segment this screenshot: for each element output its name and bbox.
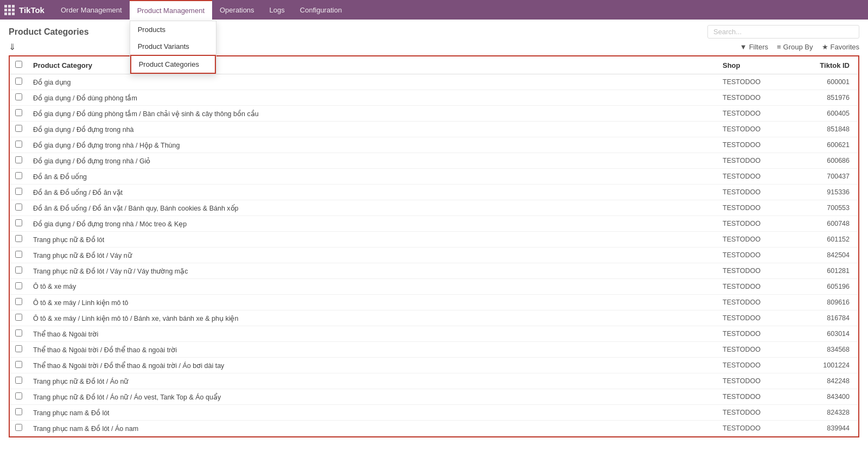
row-checkbox-cell — [10, 232, 28, 247]
row-category: Đồ ăn & Đồ uống / Đồ ăn vặt — [28, 185, 717, 200]
download-button[interactable]: ⇓ — [9, 42, 16, 52]
filters-button[interactable]: ▼ Filters — [740, 43, 768, 51]
nav-product-management[interactable]: Product Management Products Product Vari… — [130, 0, 212, 20]
row-tiktok-id: 816784 — [793, 310, 858, 326]
row-checkbox[interactable] — [15, 188, 22, 195]
row-category: Đồ gia dụng / Đồ dùng phòng tắm / Bàn ch… — [28, 106, 717, 122]
table-row[interactable]: Trang phục nam & Đồ lótTESTODOO824328 — [10, 405, 858, 421]
row-checkbox[interactable] — [15, 298, 22, 305]
header-tiktok-id: Tiktok ID — [793, 56, 858, 74]
row-checkbox[interactable] — [15, 377, 22, 384]
nav-order-management[interactable]: Order Management — [53, 0, 130, 20]
row-category: Đồ gia dụng / Đồ dùng phòng tắm — [28, 90, 717, 106]
row-checkbox-cell — [10, 373, 28, 389]
row-shop: TESTODOO — [717, 342, 793, 358]
row-tiktok-id: 601152 — [793, 232, 858, 247]
table-row[interactable]: Đồ gia dụng / Đồ dùng phòng tắm / Bàn ch… — [10, 106, 858, 122]
nav-operations[interactable]: Operations — [212, 0, 262, 20]
page-title: Product Categories — [9, 27, 89, 37]
row-checkbox-cell — [10, 310, 28, 326]
toolbar-left: ⇓ — [9, 42, 16, 52]
table-row[interactable]: Đồ ăn & Đồ uốngTESTODOO700437 — [10, 169, 858, 185]
table-row[interactable]: Ô tô & xe máyTESTODOO605196 — [10, 279, 858, 295]
dropdown-product-variants[interactable]: Product Variants — [130, 38, 216, 55]
row-checkbox[interactable] — [15, 408, 22, 415]
row-shop: TESTODOO — [717, 90, 793, 106]
row-tiktok-id: 600621 — [793, 137, 858, 153]
row-checkbox-cell — [10, 122, 28, 137]
row-checkbox[interactable] — [15, 125, 22, 132]
toolbar-right: ▼ Filters ≡ Group By ★ Favorites — [740, 43, 859, 51]
table-row[interactable]: Đồ gia dụng / Đồ đựng trong nhà / GiỏTES… — [10, 153, 858, 169]
table-row[interactable]: Ô tô & xe máy / Linh kiện mô tôTESTODOO8… — [10, 295, 858, 310]
table-row[interactable]: Đồ gia dụngTESTODOO600001 — [10, 74, 858, 90]
row-tiktok-id: 600405 — [793, 106, 858, 122]
table-row[interactable]: Ô tô & xe máy / Linh kiện mô tô / Bánh x… — [10, 310, 858, 326]
row-shop: TESTODOO — [717, 232, 793, 247]
row-checkbox[interactable] — [15, 219, 22, 226]
row-checkbox[interactable] — [15, 266, 22, 274]
select-all-checkbox[interactable] — [15, 61, 22, 68]
table-row[interactable]: Đồ gia dụng / Đồ dùng phòng tắmTESTODOO8… — [10, 90, 858, 106]
table-row[interactable]: Trang phục nữ & Đồ lót / Váy nữ / Váy th… — [10, 263, 858, 279]
favorites-button[interactable]: ★ Favorites — [822, 43, 859, 51]
table-row[interactable]: Đồ gia dụng / Đồ đựng trong nhà / Móc tr… — [10, 216, 858, 232]
table-row[interactable]: Thể thao & Ngoài trờiTESTODOO603014 — [10, 326, 858, 342]
group-by-button[interactable]: ≡ Group By — [777, 43, 813, 51]
top-navigation: TikTok Order Management Product Manageme… — [0, 0, 868, 20]
row-checkbox[interactable] — [15, 141, 22, 148]
table-row[interactable]: Đồ ăn & Đồ uống / Đồ ăn vặt / Bánh quy, … — [10, 200, 858, 216]
dropdown-product-categories[interactable]: Product Categories — [130, 55, 216, 74]
row-shop: TESTODOO — [717, 200, 793, 216]
table-row[interactable]: Trang phục nam & Đồ lót / Áo namTESTODOO… — [10, 421, 858, 436]
row-shop: TESTODOO — [717, 279, 793, 295]
row-checkbox[interactable] — [15, 93, 22, 100]
row-shop: TESTODOO — [717, 263, 793, 279]
row-checkbox[interactable] — [15, 424, 22, 431]
row-checkbox[interactable] — [15, 361, 22, 368]
product-management-dropdown: Products Product Variants Product Catego… — [130, 21, 216, 74]
row-checkbox[interactable] — [15, 314, 22, 321]
row-checkbox[interactable] — [15, 156, 22, 163]
table-row[interactable]: Trang phục nữ & Đồ lót / Váy nữTESTODOO8… — [10, 247, 858, 263]
dropdown-products[interactable]: Products — [130, 21, 216, 38]
table-row[interactable]: Đồ ăn & Đồ uống / Đồ ăn vặtTESTODOO91533… — [10, 185, 858, 200]
row-checkbox[interactable] — [15, 329, 22, 337]
row-checkbox-cell — [10, 342, 28, 358]
row-checkbox-cell — [10, 90, 28, 106]
grid-icon — [4, 5, 15, 15]
table-row[interactable]: Trang phục nữ & Đồ lót / Áo nữTESTODOO84… — [10, 373, 858, 389]
nav-logs[interactable]: Logs — [262, 0, 292, 20]
row-checkbox[interactable] — [15, 235, 22, 242]
row-checkbox-cell — [10, 74, 28, 90]
row-shop: TESTODOO — [717, 421, 793, 436]
app-name: TikTok — [19, 5, 44, 15]
table-row[interactable]: Thể thao & Ngoài trời / Đồ thể thao & ng… — [10, 342, 858, 358]
row-category: Đồ gia dụng / Đồ đựng trong nhà / Móc tr… — [28, 216, 717, 232]
row-checkbox[interactable] — [15, 392, 22, 399]
row-checkbox-cell — [10, 358, 28, 373]
table-row[interactable]: Thể thao & Ngoài trời / Đồ thể thao & ng… — [10, 358, 858, 373]
row-checkbox[interactable] — [15, 109, 22, 116]
row-category: Trang phục nữ & Đồ lót / Áo nữ / Áo vest… — [28, 389, 717, 405]
row-checkbox[interactable] — [15, 345, 22, 352]
row-checkbox[interactable] — [15, 204, 22, 211]
row-checkbox[interactable] — [15, 172, 22, 179]
row-checkbox-cell — [10, 247, 28, 263]
row-checkbox[interactable] — [15, 282, 22, 289]
row-checkbox[interactable] — [15, 78, 22, 85]
row-checkbox[interactable] — [15, 251, 22, 258]
nav-configuration[interactable]: Configuration — [292, 0, 349, 20]
row-category: Đồ gia dụng / Đồ đựng trong nhà / Giỏ — [28, 153, 717, 169]
table-row[interactable]: Đồ gia dụng / Đồ đựng trong nhàTESTODOO8… — [10, 122, 858, 137]
search-bar[interactable]: Search... — [707, 25, 859, 39]
row-category: Thể thao & Ngoài trời — [28, 326, 717, 342]
row-shop: TESTODOO — [717, 326, 793, 342]
table-body: Đồ gia dụngTESTODOO600001Đồ gia dụng / Đ… — [10, 74, 858, 436]
table-row[interactable]: Đồ gia dụng / Đồ đựng trong nhà / Hộp & … — [10, 137, 858, 153]
row-shop: TESTODOO — [717, 310, 793, 326]
table-row[interactable]: Trang phục nữ & Đồ lótTESTODOO601152 — [10, 232, 858, 247]
table-row[interactable]: Trang phục nữ & Đồ lót / Áo nữ / Áo vest… — [10, 389, 858, 405]
row-category: Đồ gia dụng / Đồ đựng trong nhà / Hộp & … — [28, 137, 717, 153]
row-shop: TESTODOO — [717, 185, 793, 200]
